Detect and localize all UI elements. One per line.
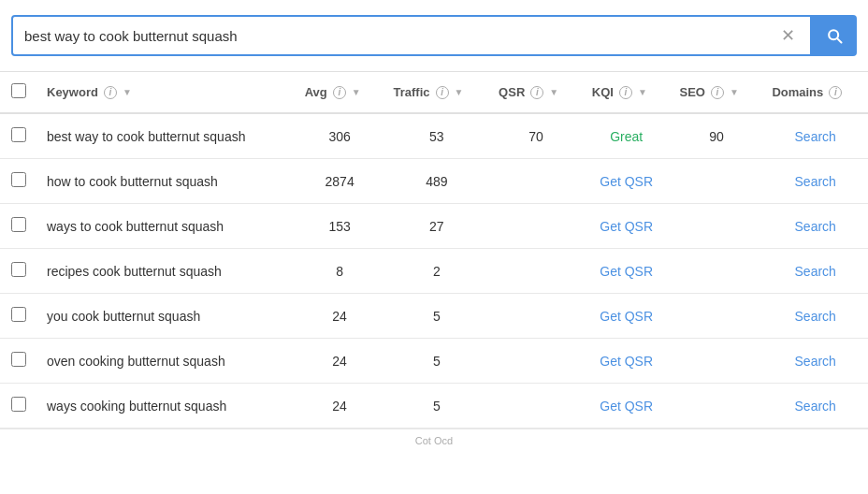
qsr-cell xyxy=(489,159,583,204)
traffic-info-icon[interactable]: i xyxy=(436,86,449,99)
domains-info-icon[interactable]: i xyxy=(829,86,842,99)
row-checkbox-cell xyxy=(0,339,37,384)
keyword-info-icon[interactable]: i xyxy=(104,86,117,99)
row-checkbox-cell xyxy=(0,113,37,159)
footer-bar: Cot Ocd xyxy=(0,429,868,452)
traffic-cell: 53 xyxy=(384,113,490,159)
qsr-cell xyxy=(489,339,583,384)
row-checkbox[interactable] xyxy=(11,262,26,277)
traffic-cell: 2 xyxy=(384,249,490,294)
keyword-cell: recipes cook butternut squash xyxy=(37,249,296,294)
kqi-cell[interactable]: Get QSR xyxy=(583,159,671,204)
row-checkbox[interactable] xyxy=(11,307,26,322)
domain-search-link[interactable]: Search xyxy=(795,354,836,369)
search-button[interactable] xyxy=(812,15,857,56)
seo-cell xyxy=(671,384,763,429)
domains-cell[interactable]: Search xyxy=(762,159,868,204)
row-checkbox[interactable] xyxy=(11,352,26,367)
domains-cell[interactable]: Search xyxy=(762,339,868,384)
domain-search-link[interactable]: Search xyxy=(795,399,836,414)
domains-cell[interactable]: Search xyxy=(762,204,868,249)
keyword-table-container: Keyword i ▼ Avg i ▼ Traffic i xyxy=(0,72,868,429)
kqi-cell[interactable]: Get QSR xyxy=(583,294,671,339)
qsr-cell xyxy=(489,204,583,249)
row-checkbox-cell xyxy=(0,159,37,204)
avg-sort-icon[interactable]: ▼ xyxy=(352,87,361,97)
table-row: recipes cook butternut squash82Get QSRSe… xyxy=(0,249,868,294)
domains-cell[interactable]: Search xyxy=(762,113,868,159)
table-row: you cook butternut squash245Get QSRSearc… xyxy=(0,294,868,339)
kqi-cell[interactable]: Get QSR xyxy=(583,249,671,294)
traffic-cell: 489 xyxy=(384,159,490,204)
row-checkbox[interactable] xyxy=(11,172,26,187)
keyword-col-label: Keyword xyxy=(47,85,98,99)
table-row: ways cooking butternut squash245Get QSRS… xyxy=(0,384,868,429)
header-seo: SEO i ▼ xyxy=(671,72,763,113)
clear-button[interactable]: ✕ xyxy=(777,25,799,46)
seo-cell xyxy=(671,339,763,384)
table-row: oven cooking butternut squash245Get QSRS… xyxy=(0,339,868,384)
table-row: best way to cook butternut squash3065370… xyxy=(0,113,868,159)
domains-cell[interactable]: Search xyxy=(762,249,868,294)
qsr-cell: 70 xyxy=(489,113,583,159)
traffic-cell: 27 xyxy=(384,204,490,249)
get-qsr-link[interactable]: Get QSR xyxy=(600,264,653,279)
qsr-info-icon[interactable]: i xyxy=(530,86,543,99)
qsr-sort-icon[interactable]: ▼ xyxy=(549,87,558,97)
avg-info-icon[interactable]: i xyxy=(333,86,346,99)
row-checkbox-cell xyxy=(0,249,37,294)
keyword-sort-icon[interactable]: ▼ xyxy=(123,87,132,97)
search-input[interactable] xyxy=(24,28,777,44)
header-checkbox-col xyxy=(0,72,37,113)
domain-search-link[interactable]: Search xyxy=(795,264,836,279)
qsr-cell xyxy=(489,294,583,339)
kqi-info-icon[interactable]: i xyxy=(619,86,632,99)
keyword-cell: ways to cook butternut squash xyxy=(37,204,296,249)
avg-cell: 24 xyxy=(296,294,384,339)
seo-info-icon[interactable]: i xyxy=(711,86,724,99)
domains-cell[interactable]: Search xyxy=(762,384,868,429)
domains-col-label: Domains xyxy=(772,85,823,99)
get-qsr-link[interactable]: Get QSR xyxy=(600,219,653,234)
domain-search-link[interactable]: Search xyxy=(795,219,836,234)
row-checkbox-cell xyxy=(0,294,37,339)
row-checkbox-cell xyxy=(0,384,37,429)
seo-cell xyxy=(671,294,763,339)
keyword-table: Keyword i ▼ Avg i ▼ Traffic i xyxy=(0,72,868,429)
row-checkbox[interactable] xyxy=(11,217,26,232)
row-checkbox-cell xyxy=(0,204,37,249)
kqi-col-label: KQI xyxy=(592,85,614,99)
qsr-cell xyxy=(489,384,583,429)
avg-cell: 8 xyxy=(296,249,384,294)
traffic-sort-icon[interactable]: ▼ xyxy=(455,87,464,97)
get-qsr-link[interactable]: Get QSR xyxy=(600,174,653,189)
kqi-cell[interactable]: Get QSR xyxy=(583,384,671,429)
search-bar: ✕ xyxy=(0,0,868,72)
domain-search-link[interactable]: Search xyxy=(795,129,836,144)
header-traffic: Traffic i ▼ xyxy=(384,72,490,113)
get-qsr-link[interactable]: Get QSR xyxy=(600,399,653,414)
avg-cell: 2874 xyxy=(296,159,384,204)
kqi-cell[interactable]: Get QSR xyxy=(583,204,671,249)
domain-search-link[interactable]: Search xyxy=(795,309,836,324)
get-qsr-link[interactable]: Get QSR xyxy=(600,309,653,324)
domain-search-link[interactable]: Search xyxy=(795,174,836,189)
row-checkbox[interactable] xyxy=(11,397,26,412)
keyword-cell: ways cooking butternut squash xyxy=(37,384,296,429)
kqi-cell[interactable]: Get QSR xyxy=(583,339,671,384)
select-all-checkbox[interactable] xyxy=(11,83,26,98)
seo-cell xyxy=(671,249,763,294)
header-kqi: KQI i ▼ xyxy=(583,72,671,113)
get-qsr-link[interactable]: Get QSR xyxy=(600,354,653,369)
domains-cell[interactable]: Search xyxy=(762,294,868,339)
table-header-row: Keyword i ▼ Avg i ▼ Traffic i xyxy=(0,72,868,113)
avg-cell: 306 xyxy=(296,113,384,159)
header-domains: Domains i xyxy=(762,72,868,113)
kqi-sort-icon[interactable]: ▼ xyxy=(638,87,647,97)
table-row: how to cook butternut squash2874489Get Q… xyxy=(0,159,868,204)
row-checkbox[interactable] xyxy=(11,127,26,142)
seo-sort-icon[interactable]: ▼ xyxy=(730,87,739,97)
avg-cell: 24 xyxy=(296,339,384,384)
qsr-col-label: QSR xyxy=(499,85,525,99)
seo-col-label: SEO xyxy=(680,85,705,99)
